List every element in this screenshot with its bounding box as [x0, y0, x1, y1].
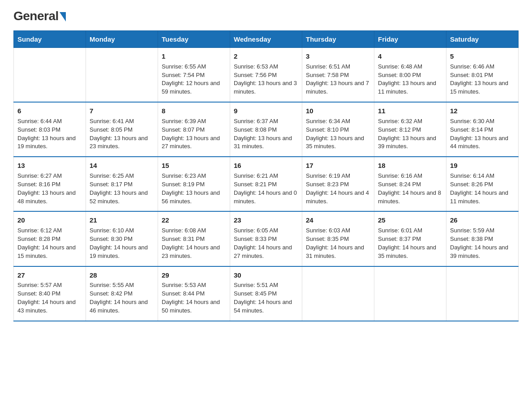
calendar-cell: 28Sunrise: 5:55 AMSunset: 8:42 PMDayligh…: [86, 266, 158, 321]
calendar-cell: 27Sunrise: 5:57 AMSunset: 8:40 PMDayligh…: [14, 266, 86, 321]
day-info: Sunrise: 6:30 AMSunset: 8:14 PMDaylight:…: [450, 117, 515, 151]
week-row: 13Sunrise: 6:27 AMSunset: 8:16 PMDayligh…: [14, 157, 519, 211]
calendar-cell: 19Sunrise: 6:14 AMSunset: 8:26 PMDayligh…: [446, 157, 519, 211]
calendar-cell: 4Sunrise: 6:48 AMSunset: 8:00 PMDaylight…: [374, 48, 446, 103]
calendar-cell: [446, 266, 519, 321]
day-info: Sunrise: 6:53 AMSunset: 7:56 PMDaylight:…: [234, 63, 298, 96]
day-info: Sunrise: 6:27 AMSunset: 8:16 PMDaylight:…: [17, 172, 82, 206]
day-info: Sunrise: 6:44 AMSunset: 8:03 PMDaylight:…: [17, 117, 82, 151]
day-number: 12: [450, 106, 515, 116]
day-info: Sunrise: 6:03 AMSunset: 8:35 PMDaylight:…: [306, 227, 370, 260]
day-number: 15: [162, 161, 226, 171]
calendar-cell: 6Sunrise: 6:44 AMSunset: 8:03 PMDaylight…: [14, 102, 86, 157]
calendar-cell: 11Sunrise: 6:32 AMSunset: 8:12 PMDayligh…: [374, 102, 446, 157]
day-info: Sunrise: 6:55 AMSunset: 7:54 PMDaylight:…: [162, 63, 226, 96]
day-info: Sunrise: 6:19 AMSunset: 8:23 PMDaylight:…: [306, 172, 370, 206]
day-number: 4: [378, 51, 442, 61]
day-info: Sunrise: 6:41 AMSunset: 8:05 PMDaylight:…: [90, 117, 154, 151]
day-info: Sunrise: 6:12 AMSunset: 8:28 PMDaylight:…: [17, 227, 82, 260]
day-number: 8: [162, 106, 226, 116]
weekday-row: SundayMondayTuesdayWednesdayThursdayFrid…: [14, 31, 519, 48]
day-number: 17: [306, 161, 370, 171]
day-number: 13: [17, 161, 82, 171]
day-info: Sunrise: 6:21 AMSunset: 8:21 PMDaylight:…: [234, 172, 298, 206]
calendar-cell: 14Sunrise: 6:25 AMSunset: 8:17 PMDayligh…: [86, 157, 158, 211]
calendar-cell: 16Sunrise: 6:21 AMSunset: 8:21 PMDayligh…: [230, 157, 302, 211]
day-info: Sunrise: 6:08 AMSunset: 8:31 PMDaylight:…: [162, 227, 226, 260]
day-number: 18: [378, 161, 442, 171]
day-number: 30: [234, 270, 298, 280]
day-info: Sunrise: 6:01 AMSunset: 8:37 PMDaylight:…: [378, 227, 442, 260]
calendar-cell: 2Sunrise: 6:53 AMSunset: 7:56 PMDaylight…: [230, 48, 302, 103]
day-number: 27: [17, 270, 82, 280]
calendar-cell: 12Sunrise: 6:30 AMSunset: 8:14 PMDayligh…: [446, 102, 519, 157]
day-info: Sunrise: 6:14 AMSunset: 8:26 PMDaylight:…: [450, 172, 515, 206]
calendar-cell: 15Sunrise: 6:23 AMSunset: 8:19 PMDayligh…: [158, 157, 230, 211]
day-info: Sunrise: 6:05 AMSunset: 8:33 PMDaylight:…: [234, 227, 298, 260]
calendar-cell: 29Sunrise: 5:53 AMSunset: 8:44 PMDayligh…: [158, 266, 230, 321]
day-number: 3: [306, 51, 370, 61]
day-info: Sunrise: 6:48 AMSunset: 8:00 PMDaylight:…: [378, 63, 442, 96]
day-number: 23: [234, 215, 298, 225]
day-info: Sunrise: 6:16 AMSunset: 8:24 PMDaylight:…: [378, 172, 442, 206]
day-number: 11: [378, 106, 442, 116]
day-number: 25: [378, 215, 442, 225]
day-number: 28: [90, 270, 154, 280]
day-number: 29: [162, 270, 226, 280]
day-info: Sunrise: 6:25 AMSunset: 8:17 PMDaylight:…: [90, 172, 154, 206]
day-info: Sunrise: 6:23 AMSunset: 8:19 PMDaylight:…: [162, 172, 226, 206]
day-number: 19: [450, 161, 515, 171]
page-header: General: [13, 9, 519, 21]
day-number: 1: [162, 51, 226, 61]
day-info: Sunrise: 5:51 AMSunset: 8:45 PMDaylight:…: [234, 281, 298, 315]
calendar-cell: 23Sunrise: 6:05 AMSunset: 8:33 PMDayligh…: [230, 211, 302, 266]
calendar-cell: 22Sunrise: 6:08 AMSunset: 8:31 PMDayligh…: [158, 211, 230, 266]
day-info: Sunrise: 6:34 AMSunset: 8:10 PMDaylight:…: [306, 117, 370, 151]
calendar-cell: 8Sunrise: 6:39 AMSunset: 8:07 PMDaylight…: [158, 102, 230, 157]
calendar-cell: 13Sunrise: 6:27 AMSunset: 8:16 PMDayligh…: [14, 157, 86, 211]
day-number: 20: [17, 215, 82, 225]
calendar-cell: 18Sunrise: 6:16 AMSunset: 8:24 PMDayligh…: [374, 157, 446, 211]
calendar-cell: 24Sunrise: 6:03 AMSunset: 8:35 PMDayligh…: [302, 211, 374, 266]
calendar-cell: 9Sunrise: 6:37 AMSunset: 8:08 PMDaylight…: [230, 102, 302, 157]
calendar-cell: 10Sunrise: 6:34 AMSunset: 8:10 PMDayligh…: [302, 102, 374, 157]
day-number: 10: [306, 106, 370, 116]
calendar-cell: 17Sunrise: 6:19 AMSunset: 8:23 PMDayligh…: [302, 157, 374, 211]
day-info: Sunrise: 5:55 AMSunset: 8:42 PMDaylight:…: [90, 281, 154, 315]
calendar-header: SundayMondayTuesdayWednesdayThursdayFrid…: [14, 31, 519, 48]
day-number: 22: [162, 215, 226, 225]
day-number: 21: [90, 215, 154, 225]
calendar-cell: 5Sunrise: 6:46 AMSunset: 8:01 PMDaylight…: [446, 48, 519, 103]
calendar-cell: 26Sunrise: 5:59 AMSunset: 8:38 PMDayligh…: [446, 211, 519, 266]
day-info: Sunrise: 5:57 AMSunset: 8:40 PMDaylight:…: [17, 281, 82, 315]
calendar-cell: [302, 266, 374, 321]
day-info: Sunrise: 6:51 AMSunset: 7:58 PMDaylight:…: [306, 63, 370, 96]
day-number: 24: [306, 215, 370, 225]
weekday-header-friday: Friday: [374, 31, 446, 48]
weekday-header-saturday: Saturday: [446, 31, 519, 48]
calendar-cell: [374, 266, 446, 321]
weekday-header-tuesday: Tuesday: [158, 31, 230, 48]
weekday-header-sunday: Sunday: [14, 31, 86, 48]
weekday-header-monday: Monday: [86, 31, 158, 48]
day-number: 9: [234, 106, 298, 116]
day-number: 2: [234, 51, 298, 61]
calendar-body: 1Sunrise: 6:55 AMSunset: 7:54 PMDaylight…: [14, 48, 519, 321]
calendar-cell: 21Sunrise: 6:10 AMSunset: 8:30 PMDayligh…: [86, 211, 158, 266]
calendar-cell: 30Sunrise: 5:51 AMSunset: 8:45 PMDayligh…: [230, 266, 302, 321]
calendar-cell: 3Sunrise: 6:51 AMSunset: 7:58 PMDaylight…: [302, 48, 374, 103]
calendar-cell: 20Sunrise: 6:12 AMSunset: 8:28 PMDayligh…: [14, 211, 86, 266]
calendar-cell: [14, 48, 86, 103]
calendar-cell: [86, 48, 158, 103]
day-info: Sunrise: 6:46 AMSunset: 8:01 PMDaylight:…: [450, 63, 515, 96]
day-number: 14: [90, 161, 154, 171]
week-row: 1Sunrise: 6:55 AMSunset: 7:54 PMDaylight…: [14, 48, 519, 103]
week-row: 27Sunrise: 5:57 AMSunset: 8:40 PMDayligh…: [14, 266, 519, 321]
calendar-cell: 7Sunrise: 6:41 AMSunset: 8:05 PMDaylight…: [86, 102, 158, 157]
day-number: 6: [17, 106, 82, 116]
weekday-header-thursday: Thursday: [302, 31, 374, 48]
day-info: Sunrise: 6:10 AMSunset: 8:30 PMDaylight:…: [90, 227, 154, 260]
logo: General: [13, 9, 66, 21]
calendar-cell: 1Sunrise: 6:55 AMSunset: 7:54 PMDaylight…: [158, 48, 230, 103]
weekday-header-wednesday: Wednesday: [230, 31, 302, 48]
